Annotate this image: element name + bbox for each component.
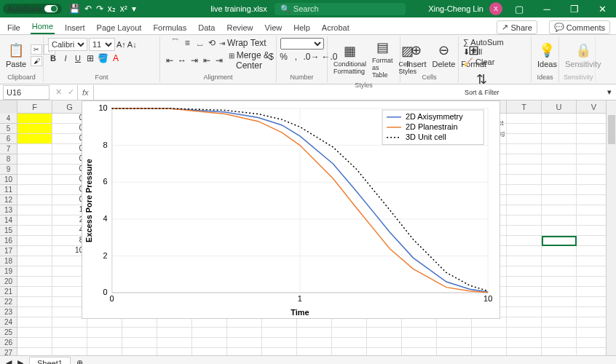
cell[interactable] [87,338,122,348]
row-header[interactable]: 27 [0,348,17,355]
cell[interactable] [507,114,542,124]
cell[interactable] [507,266,542,277]
inc-decimal-icon[interactable]: .0→ [303,52,319,62]
cell[interactable] [507,134,542,144]
cell[interactable] [542,144,577,154]
tab-insert[interactable]: Insert [63,21,87,34]
cell[interactable] [227,338,262,348]
col-header[interactable]: F [17,100,52,114]
tab-acrobat[interactable]: Acrobat [320,21,351,34]
cell[interactable] [507,328,542,338]
underline-icon[interactable]: U [73,53,83,63]
cell[interactable] [507,165,542,175]
cell[interactable] [542,226,577,236]
comma-icon[interactable]: , [291,52,301,62]
cell[interactable] [17,256,52,266]
undo-icon[interactable]: ↶ [84,4,92,14]
cell[interactable] [542,246,577,256]
tab-formulas[interactable]: Formulas [151,21,188,34]
row-header[interactable]: 24 [0,317,17,328]
embedded-chart[interactable]: 02468100110TimeExcess Pore Pressure2D Ax… [82,100,500,319]
ideas-button[interactable]: 💡Ideas [536,41,558,70]
fx-icon[interactable]: fx [77,85,94,100]
cell[interactable] [507,195,542,205]
row-header[interactable]: 22 [0,297,17,307]
cell[interactable] [472,348,507,355]
number-format-select[interactable] [280,38,324,50]
cell[interactable] [17,246,52,256]
orientation-icon[interactable]: ⟲ [207,38,217,48]
row-header[interactable]: 6 [0,134,17,144]
superscript-icon[interactable]: x² [120,4,127,14]
cell[interactable] [262,338,297,348]
tab-page-layout[interactable]: Page Layout [95,21,143,34]
border-icon[interactable]: ⊞ [85,53,95,63]
enter-formula-icon[interactable]: ✓ [65,87,77,97]
tab-data[interactable]: Data [197,21,216,34]
cell[interactable] [262,328,297,338]
cell[interactable] [17,307,52,317]
cell[interactable] [17,215,52,226]
scrollbar-thumb[interactable] [608,115,615,144]
cell[interactable] [507,277,542,287]
cell[interactable] [367,328,402,338]
autosave-toggle[interactable]: AutoSave [3,4,62,14]
row-header[interactable]: 13 [0,205,17,215]
cell[interactable] [227,348,262,355]
sheet-nav-next-icon[interactable]: ▶ [17,358,23,364]
align-middle-icon[interactable]: ≡ [182,38,192,48]
cell[interactable] [542,154,577,165]
row-header[interactable]: 14 [0,215,17,226]
align-bottom-icon[interactable]: ⎵ [194,38,205,48]
row-header[interactable]: 17 [0,246,17,256]
format-table-button[interactable]: ▤Format as Table [371,38,395,80]
cell[interactable] [17,114,52,124]
cell[interactable] [542,266,577,277]
delete-cells-button[interactable]: ⊖Delete [431,41,457,70]
cell[interactable] [87,348,122,355]
indent-inc-icon[interactable]: ⇥ [214,55,224,66]
cell[interactable] [17,185,52,195]
cell[interactable] [17,124,52,134]
row-header[interactable]: 10 [0,175,17,185]
cell[interactable] [17,226,52,236]
filename[interactable]: live training.xlsx [210,4,267,13]
cell[interactable] [192,348,227,355]
autosum-button[interactable]: ∑ AutoSum [463,38,504,47]
align-center-icon[interactable]: ↔ [177,55,187,66]
cell[interactable] [507,205,542,215]
cell[interactable] [157,338,192,348]
sort-filter-button[interactable]: ⇅Sort & Filter [463,70,501,98]
cell[interactable] [542,287,577,297]
cell[interactable] [17,277,52,287]
cell[interactable] [17,317,52,328]
cell[interactable] [52,338,87,348]
align-right-icon[interactable]: ⇥ [189,55,200,66]
cell[interactable] [542,205,577,215]
cell[interactable] [332,338,367,348]
cell[interactable] [507,338,542,348]
increase-font-icon[interactable]: A↑ [117,40,126,49]
sheet-tab[interactable]: Sheet1 [29,357,71,364]
cell[interactable] [17,348,52,355]
cell[interactable] [17,266,52,277]
cell[interactable] [542,236,577,246]
cell[interactable] [402,348,437,355]
row-header[interactable]: 23 [0,307,17,317]
cancel-formula-icon[interactable]: ✕ [52,87,65,97]
cell[interactable] [507,215,542,226]
subscript-icon[interactable]: x₂ [108,4,116,14]
share-button[interactable]: ↗Share [497,20,537,34]
cell[interactable] [367,338,402,348]
cell[interactable] [542,348,577,355]
cell[interactable] [367,348,402,355]
cell[interactable] [542,297,577,307]
cell[interactable] [542,175,577,185]
save-icon[interactable]: 💾 [69,4,80,14]
cell[interactable] [542,277,577,287]
user-avatar[interactable]: X [489,2,502,15]
cell[interactable] [437,338,472,348]
cell[interactable] [122,338,157,348]
row-header[interactable]: 19 [0,266,17,277]
cell[interactable] [122,328,157,338]
